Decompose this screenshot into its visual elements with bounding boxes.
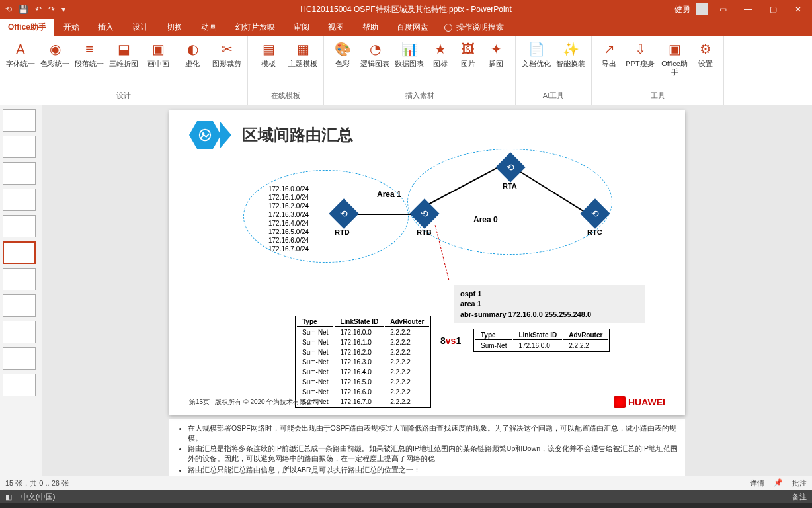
tab-view[interactable]: 视图 bbox=[319, 19, 353, 36]
btn-office-assist[interactable]: ▣Office助手 bbox=[658, 38, 691, 78]
label-rta: RTA bbox=[503, 182, 517, 190]
tab-baidu[interactable]: 百度网盘 bbox=[387, 19, 438, 36]
btn-pip[interactable]: ▣画中画 bbox=[142, 38, 175, 69]
color-icon: 🎨 bbox=[333, 40, 352, 58]
language-status[interactable]: 中文(中国) bbox=[21, 492, 55, 502]
user-avatar[interactable] bbox=[696, 3, 708, 15]
tab-help[interactable]: 帮助 bbox=[353, 19, 387, 36]
logic-icon: ◔ bbox=[366, 40, 384, 58]
arrow-shape bbox=[220, 121, 231, 149]
slide-footer: 第15页 版权所有 © 2020 华为技术有限公司 bbox=[189, 398, 319, 407]
label-area0: Area 0 bbox=[473, 215, 498, 224]
thumbnail[interactable] bbox=[3, 294, 36, 317]
thumbnail[interactable] bbox=[3, 215, 36, 237]
huawei-icon bbox=[614, 396, 626, 408]
network-diagram: ⟲ RTD ⟲ RTB ⟲ RTA ⟲ RTC Area 1 Area 0 17… bbox=[255, 163, 665, 282]
tab-office-assistant[interactable]: Office助手 bbox=[0, 19, 54, 36]
title-bar: ⟲ 💾 ↶ ↷ ▾ HC120115004 OSPF特殊区域及其他特性.pptx… bbox=[0, 0, 812, 19]
document-title: HC120115004 OSPF特殊区域及其他特性.pptx - PowerPo… bbox=[300, 4, 511, 15]
btn-image[interactable]: 🖼图片 bbox=[455, 38, 481, 69]
tab-insert[interactable]: 插入 bbox=[89, 19, 123, 36]
btn-settings[interactable]: ⚙设置 bbox=[692, 38, 719, 78]
group-label-design: 设计 bbox=[4, 89, 243, 102]
slide-thumbnails[interactable] bbox=[0, 105, 42, 476]
btn-crop[interactable]: ✂图形裁剪 bbox=[210, 38, 243, 69]
btn-logic-chart[interactable]: ◔逻辑图表 bbox=[358, 38, 391, 69]
btn-doc-optimize[interactable]: 📄文档优化 bbox=[520, 38, 553, 69]
tell-me-label: 操作说明搜索 bbox=[456, 22, 504, 33]
ribbon-options-icon[interactable]: ▭ bbox=[713, 5, 733, 14]
slide[interactable]: 区域间路由汇总 ⟲ RTD ⟲ RTB ⟲ RTA ⟲ RTC bbox=[169, 110, 685, 415]
secondary-toolbar: 签到 答题卡 画中画 大头贴 举手 预览 工具 20:18 bbox=[0, 503, 812, 508]
dropdown-icon[interactable]: ▾ bbox=[61, 5, 65, 14]
btn-smart-dress[interactable]: ✨智能换装 bbox=[554, 38, 587, 69]
vs-label: 8vs1 bbox=[440, 335, 461, 346]
label-rtc: RTC bbox=[587, 228, 602, 236]
thumbnail[interactable] bbox=[3, 268, 36, 290]
label-rtb: RTB bbox=[417, 228, 432, 236]
thumbnail[interactable] bbox=[3, 162, 36, 185]
autosave-icon[interactable]: ⟲ bbox=[5, 5, 12, 14]
thumbnail[interactable] bbox=[3, 109, 36, 132]
btn-export[interactable]: ↗导出 bbox=[596, 38, 622, 78]
close-icon[interactable]: ✕ bbox=[788, 5, 808, 14]
btn-details[interactable]: 详情 bbox=[750, 478, 764, 488]
btn-paragraph-unify[interactable]: ≡段落统一 bbox=[73, 38, 106, 69]
picture-icon bbox=[198, 128, 212, 142]
thumbnail[interactable] bbox=[3, 374, 36, 396]
btn-data-chart[interactable]: 📊数据图表 bbox=[393, 38, 426, 69]
tab-home[interactable]: 开始 bbox=[54, 19, 89, 36]
undo-icon[interactable]: ↶ bbox=[35, 5, 42, 14]
notes-panel[interactable]: 在大规模部署OSPF网络时，可能会出现由于OSPF路由表规模过大而降低路由查找速… bbox=[169, 419, 685, 476]
btn-comments[interactable]: 批注 bbox=[792, 478, 807, 488]
tab-design[interactable]: 设计 bbox=[123, 19, 157, 36]
tab-transitions[interactable]: 切换 bbox=[157, 19, 192, 36]
slide-canvas[interactable]: 区域间路由汇总 ⟲ RTD ⟲ RTB ⟲ RTA ⟲ RTC bbox=[42, 105, 812, 476]
blur-icon: ◐ bbox=[183, 40, 202, 58]
config-box: ospf 1area 1abr-summary 172.16.0.0 255.2… bbox=[454, 285, 645, 323]
btn-icon[interactable]: ★图标 bbox=[427, 38, 454, 69]
btn-font-unify[interactable]: A字体统一 bbox=[4, 38, 37, 69]
palette-icon: ◉ bbox=[46, 40, 64, 58]
group-label-ai: AI工具 bbox=[520, 89, 587, 102]
status-bar: ◧ 中文(中国) 备注 bbox=[0, 490, 812, 503]
btn-3d-fold[interactable]: ⬓三维折图 bbox=[107, 38, 140, 69]
chart-icon: 📊 bbox=[400, 40, 419, 58]
doc-icon: 📄 bbox=[527, 40, 546, 58]
btn-color-unify[interactable]: ◉色彩统一 bbox=[38, 38, 71, 69]
btn-blur[interactable]: ◐虚化 bbox=[176, 38, 209, 69]
minimize-icon[interactable]: — bbox=[738, 5, 758, 14]
tell-me-search[interactable]: 操作说明搜索 bbox=[444, 22, 504, 33]
group-label-template: 在线模板 bbox=[252, 89, 319, 102]
ip-list: 172.16.0.0/24172.16.1.0/24172.16.2.0/241… bbox=[268, 185, 309, 253]
tab-animations[interactable]: 动画 bbox=[192, 19, 226, 36]
ribbon: A字体统一 ◉色彩统一 ≡段落统一 ⬓三维折图 ▣画中画 ◐虚化 ✂图形裁剪 设… bbox=[0, 36, 812, 105]
thumbnail-current[interactable] bbox=[3, 241, 36, 264]
user-name[interactable]: 健勇 bbox=[674, 4, 690, 15]
redo-icon[interactable]: ↷ bbox=[48, 5, 55, 14]
bulb-icon bbox=[444, 24, 452, 32]
btn-ppt-slim[interactable]: ⇩PPT瘦身 bbox=[624, 38, 657, 78]
save-icon[interactable]: 💾 bbox=[19, 5, 28, 14]
huawei-logo: HUAWEI bbox=[614, 396, 665, 408]
thumbnail[interactable] bbox=[3, 347, 36, 370]
thumbnail[interactable] bbox=[3, 136, 36, 158]
slide-title: 区域间路由汇总 bbox=[242, 124, 353, 146]
tab-review[interactable]: 审阅 bbox=[284, 19, 319, 36]
tab-slideshow[interactable]: 幻灯片放映 bbox=[226, 19, 284, 36]
export-icon: ↗ bbox=[600, 40, 618, 58]
thumbnail[interactable] bbox=[3, 189, 36, 211]
btn-theme-template[interactable]: ▦主题模板 bbox=[286, 38, 319, 69]
thumbnail[interactable] bbox=[3, 321, 36, 343]
maximize-icon[interactable]: ▢ bbox=[763, 5, 783, 14]
pip-icon: ▣ bbox=[149, 40, 167, 58]
btn-illustration[interactable]: ✦插图 bbox=[483, 38, 509, 69]
btn-template[interactable]: ▤模板 bbox=[252, 38, 285, 69]
star-icon: ★ bbox=[431, 40, 450, 58]
assist-icon: ▣ bbox=[665, 40, 684, 58]
notes-toggle[interactable]: 备注 bbox=[792, 492, 807, 502]
group-label-tools: 工具 bbox=[596, 89, 719, 102]
btn-color[interactable]: 🎨色彩 bbox=[328, 38, 357, 69]
pin-icon[interactable]: 📌 bbox=[774, 478, 783, 488]
group-label-assets: 插入素材 bbox=[328, 89, 511, 102]
